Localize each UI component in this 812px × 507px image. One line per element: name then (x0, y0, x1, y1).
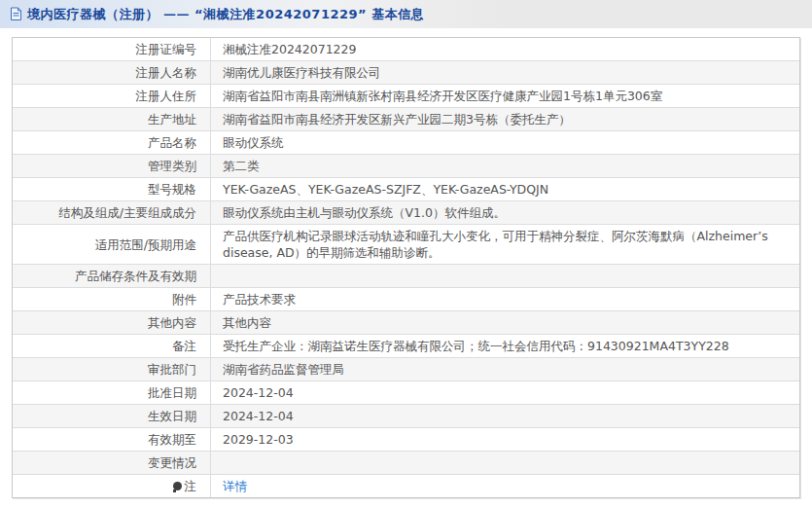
table-row: 生产地址 湖南省益阳市南县经济开发区新兴产业园二期3号栋（委托生产） (13, 107, 799, 130)
row-label: 产品储存条件及有效期 (13, 265, 211, 287)
table-row: 注册人名称 湖南优儿康医疗科技有限公司 (13, 60, 799, 84)
document-icon (10, 7, 22, 21)
table-row: 产品名称 眼动仪系统 (13, 130, 799, 154)
row-value: YEK-GazeAS、YEK-GazeAS-SZJFZ、YEK-GazeAS-Y… (211, 178, 799, 200)
row-value: 产品供医疗机构记录眼球活动轨迹和瞳孔大小变化，可用于精神分裂症、阿尔茨海默病（A… (211, 225, 799, 264)
row-label: 注 (13, 475, 211, 497)
row-value: 受托生产企业：湖南益诺生医疗器械有限公司；统一社会信用代码：91430921MA… (211, 335, 799, 357)
row-label: 其他内容 (13, 311, 211, 334)
row-value: 2024-12-04 (211, 405, 799, 427)
row-label: 注册人住所 (13, 85, 211, 107)
row-label: 适用范围/预期用途 (13, 225, 211, 264)
row-label: 注册人名称 (13, 61, 211, 84)
table-row: 注 详情 (13, 474, 799, 497)
row-label: 管理类别 (13, 155, 211, 177)
table-row: 管理类别 第二类 (13, 154, 799, 177)
table-row: 备注 受托生产企业：湖南益诺生医疗器械有限公司；统一社会信用代码：9143092… (13, 334, 799, 357)
table-row: 产品储存条件及有效期 (13, 264, 799, 287)
row-value: 湖南省益阳市南县经济开发区新兴产业园二期3号栋（委托生产） (211, 108, 799, 130)
row-value: 2029-12-03 (211, 428, 799, 451)
row-value: 产品技术要求 (211, 288, 799, 310)
table-row: 其他内容 其他内容 (13, 310, 799, 334)
page-title: 境内医疗器械（注册） —— “湘械注准20242071229” 基本信息 (27, 6, 424, 23)
row-value: 湘械注准20242071229 (211, 38, 799, 60)
row-label: 注册证编号 (13, 38, 211, 60)
row-value: 第二类 (211, 155, 799, 177)
table-row: 变更情况 (13, 451, 799, 474)
row-label: 批准日期 (13, 381, 211, 404)
row-label: 审批部门 (13, 358, 211, 380)
table-row: 注册人住所 湖南省益阳市南县南洲镇新张村南县经济开发区医疗健康产业园1号栋1单元… (13, 84, 799, 107)
row-label: 有效期至 (13, 428, 211, 451)
row-value: 湖南省药品监督管理局 (211, 358, 799, 380)
table-row: 适用范围/预期用途 产品供医疗机构记录眼球活动轨迹和瞳孔大小变化，可用于精神分裂… (13, 224, 799, 264)
row-label: 附件 (13, 288, 211, 310)
row-label: 生效日期 (13, 405, 211, 427)
row-value: 其他内容 (211, 311, 799, 334)
table-row: 注册证编号 湘械注准20242071229 (13, 38, 799, 60)
row-label: 产品名称 (13, 131, 211, 154)
details-link[interactable]: 详情 (223, 479, 247, 493)
row-value: 2024-12-04 (211, 381, 799, 404)
note-icon (173, 482, 182, 490)
table-row: 型号规格 YEK-GazeAS、YEK-GazeAS-SZJFZ、YEK-Gaz… (13, 177, 799, 200)
info-table: 注册证编号 湘械注准20242071229 注册人名称 湖南优儿康医疗科技有限公… (12, 37, 800, 498)
row-label: 结构及组成/主要组成成分 (13, 201, 211, 224)
row-value: 湖南优儿康医疗科技有限公司 (211, 61, 799, 84)
table-row: 有效期至 2029-12-03 (13, 427, 799, 451)
row-value (211, 265, 799, 287)
table-row: 附件 产品技术要求 (13, 287, 799, 310)
row-value: 眼动仪系统 (211, 131, 799, 154)
table-row: 生效日期 2024-12-04 (13, 404, 799, 427)
row-label: 型号规格 (13, 178, 211, 200)
row-label: 变更情况 (13, 452, 211, 474)
table-row: 批准日期 2024-12-04 (13, 380, 799, 404)
row-value (211, 452, 799, 474)
row-value: 眼动仪系统由主机与眼动仪系统（V1.0）软件组成。 (211, 201, 799, 224)
table-row: 结构及组成/主要组成成分 眼动仪系统由主机与眼动仪系统（V1.0）软件组成。 (13, 200, 799, 224)
page-header: 境内医疗器械（注册） —— “湘械注准20242071229” 基本信息 (0, 0, 812, 28)
row-label: 生产地址 (13, 108, 211, 130)
row-value: 湖南省益阳市南县南洲镇新张村南县经济开发区医疗健康产业园1号栋1单元306室 (211, 85, 799, 107)
table-row: 审批部门 湖南省药品监督管理局 (13, 357, 799, 380)
row-label: 备注 (13, 335, 211, 357)
row-value: 详情 (211, 475, 799, 497)
